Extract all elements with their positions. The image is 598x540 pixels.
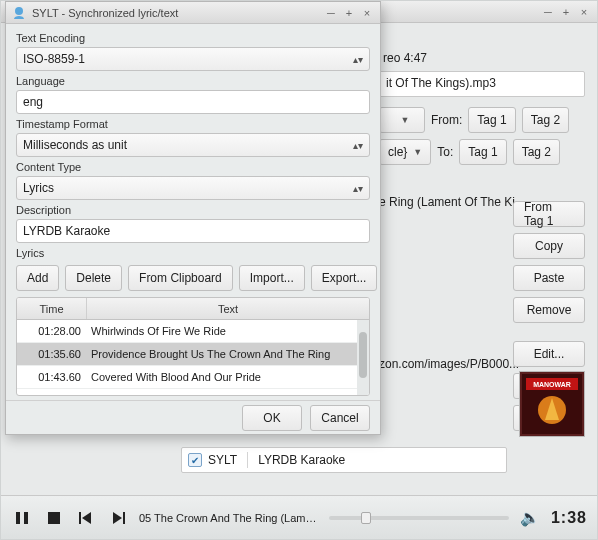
sylt-label: SYLT [208, 453, 237, 467]
cell-text: Whirlwinds Of Fire We Ride [87, 325, 369, 337]
dialog-minimize-icon[interactable]: ─ [324, 6, 338, 20]
position-slider[interactable] [329, 516, 509, 520]
svg-rect-6 [48, 512, 60, 524]
to-tag1-button[interactable]: Tag 1 [459, 139, 506, 165]
ok-button[interactable]: OK [242, 405, 302, 431]
text-encoding-label: Text Encoding [16, 30, 370, 45]
col-time[interactable]: Time [17, 298, 87, 319]
description-label: Description [16, 202, 370, 217]
col-text[interactable]: Text [87, 298, 369, 319]
sylt-value: LYRDB Karaoke [258, 453, 345, 467]
dialog-footer: OK Cancel [6, 400, 380, 434]
lyrics-table[interactable]: Time Text 01:28.00Whirlwinds Of Fire We … [16, 297, 370, 396]
cell-time: 01:51.00 [17, 394, 87, 395]
chevron-updown-icon: ▴▾ [353, 183, 363, 194]
dialog-maximize-icon[interactable]: + [342, 6, 356, 20]
sylt-row[interactable]: ✔ SYLT LYRDB Karaoke [181, 447, 507, 473]
sylt-checkbox[interactable]: ✔ [188, 453, 202, 467]
pause-icon[interactable] [11, 507, 33, 529]
chevron-updown-icon: ▴▾ [353, 54, 363, 65]
volume-icon[interactable]: 🔈 [519, 507, 541, 529]
copy-button[interactable]: Copy [513, 233, 585, 259]
lyrics-table-header: Time Text [17, 298, 369, 320]
app-icon [12, 6, 28, 20]
text-encoding-combo[interactable]: ISO-8859-1 ▴▾ [16, 47, 370, 71]
table-row[interactable]: 01:51.00Heroes Await Me [17, 389, 369, 395]
time-display: 1:38 [551, 509, 587, 527]
from-tag2-button[interactable]: Tag 2 [522, 107, 569, 133]
chevron-updown-icon: ▴▾ [353, 140, 363, 151]
prev-track-icon[interactable] [75, 507, 97, 529]
filename-value: it Of The Kings).mp3 [386, 76, 496, 90]
cell-text: Covered With Blood And Our Pride [87, 371, 369, 383]
content-type-label: Content Type [16, 159, 370, 174]
lyric-delete-button[interactable]: Delete [65, 265, 122, 291]
slider-knob[interactable] [361, 512, 371, 524]
to-label: To: [437, 145, 453, 159]
scrollbar-thumb[interactable] [359, 332, 367, 378]
maximize-icon[interactable]: + [559, 5, 573, 19]
lyrics-label: Lyrics [16, 245, 370, 260]
duration-text: reo 4:47 [383, 51, 585, 65]
svg-rect-5 [24, 512, 28, 524]
scrollbar[interactable] [357, 320, 369, 395]
edit-button[interactable]: Edit... [513, 341, 585, 367]
dialog-close-icon[interactable]: × [360, 6, 374, 20]
dialog-title: SYLT - Synchronized lyric/text [32, 7, 178, 19]
paste-button[interactable]: Paste [513, 265, 585, 291]
now-playing-text: 05 The Crown And The Ring (Lament Of The… [139, 512, 319, 524]
minimize-icon[interactable]: ─ [541, 5, 555, 19]
cell-time: 01:35.60 [17, 348, 87, 360]
svg-rect-10 [123, 512, 125, 524]
cancel-button[interactable]: Cancel [310, 405, 370, 431]
cell-text: Heroes Await Me [87, 394, 369, 395]
playbar: 05 The Crown And The Ring (Lament Of The… [1, 495, 597, 539]
description-field[interactable]: LYRDB Karaoke [16, 219, 370, 243]
svg-text:MANOWAR: MANOWAR [533, 381, 571, 388]
to-tag2-button[interactable]: Tag 2 [513, 139, 560, 165]
from-label: From: [431, 113, 462, 127]
from-tag1-button[interactable]: Tag 1 [468, 107, 515, 133]
timestamp-format-label: Timestamp Format [16, 116, 370, 131]
table-row[interactable]: 01:35.60Providence Brought Us The Crown … [17, 343, 369, 366]
chevron-down-icon: ▼ [401, 115, 410, 125]
language-field[interactable]: eng [16, 90, 370, 114]
cell-text: Providence Brought Us The Crown And The … [87, 348, 369, 360]
stop-icon[interactable] [43, 507, 65, 529]
divider [247, 452, 248, 468]
cell-time: 01:28.00 [17, 325, 87, 337]
sylt-dialog: SYLT - Synchronized lyric/text ─ + × Tex… [5, 1, 381, 435]
chevron-down-icon: ▼ [413, 147, 422, 157]
table-row[interactable]: 01:43.60Covered With Blood And Our Pride [17, 366, 369, 389]
dialog-titlebar[interactable]: SYLT - Synchronized lyric/text ─ + × [6, 2, 380, 24]
filename-field[interactable]: it Of The Kings).mp3 [379, 71, 585, 97]
svg-marker-9 [113, 512, 122, 524]
from-combo[interactable]: ▼ [379, 107, 425, 133]
lyric-import-button[interactable]: Import... [239, 265, 305, 291]
from-tag1-side-button[interactable]: From Tag 1 [513, 201, 585, 227]
lyric-from-clipboard-button[interactable]: From Clipboard [128, 265, 233, 291]
to-combo[interactable]: cle} ▼ [379, 139, 431, 165]
svg-marker-8 [82, 512, 91, 524]
next-track-icon[interactable] [107, 507, 129, 529]
album-art-image: MANOWAR [522, 374, 582, 434]
timestamp-format-combo[interactable]: Milliseconds as unit ▴▾ [16, 133, 370, 157]
content-type-combo[interactable]: Lyrics ▴▾ [16, 176, 370, 200]
language-label: Language [16, 73, 370, 88]
lyric-add-button[interactable]: Add [16, 265, 59, 291]
svg-rect-7 [79, 512, 81, 524]
cell-time: 01:43.60 [17, 371, 87, 383]
lyric-export-button[interactable]: Export... [311, 265, 378, 291]
table-row[interactable]: 01:28.00Whirlwinds Of Fire We Ride [17, 320, 369, 343]
close-icon[interactable]: × [577, 5, 591, 19]
svg-point-11 [15, 7, 23, 15]
svg-rect-4 [16, 512, 20, 524]
album-art[interactable]: MANOWAR [519, 371, 585, 437]
remove-button[interactable]: Remove [513, 297, 585, 323]
lyrics-table-body: 01:28.00Whirlwinds Of Fire We Ride01:35.… [17, 320, 369, 395]
